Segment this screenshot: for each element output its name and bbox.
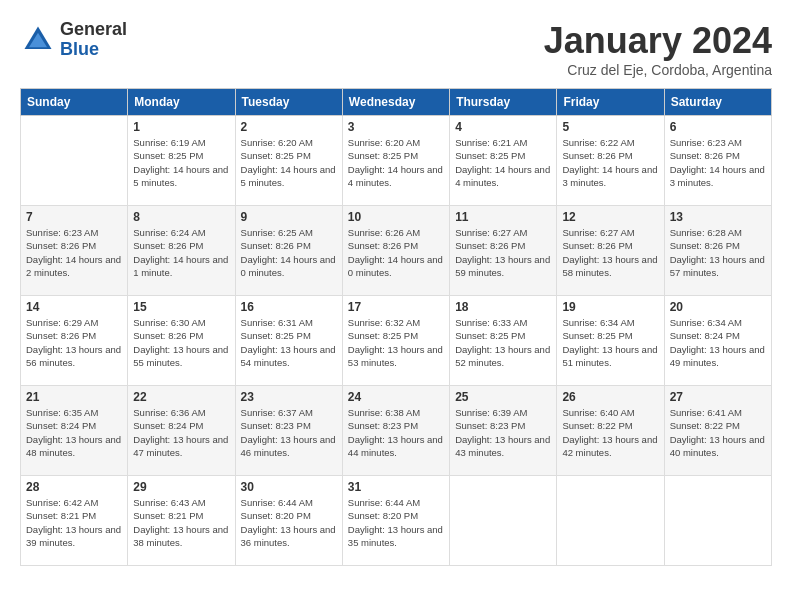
calendar-cell: 11Sunrise: 6:27 AMSunset: 8:26 PMDayligh… bbox=[450, 206, 557, 296]
location-label: Cruz del Eje, Cordoba, Argentina bbox=[544, 62, 772, 78]
day-info: Sunrise: 6:22 AMSunset: 8:26 PMDaylight:… bbox=[562, 136, 658, 189]
calendar-week-1: 1Sunrise: 6:19 AMSunset: 8:25 PMDaylight… bbox=[21, 116, 772, 206]
day-info: Sunrise: 6:20 AMSunset: 8:25 PMDaylight:… bbox=[348, 136, 444, 189]
logo-icon bbox=[20, 22, 56, 58]
calendar-cell: 20Sunrise: 6:34 AMSunset: 8:24 PMDayligh… bbox=[664, 296, 771, 386]
calendar-week-2: 7Sunrise: 6:23 AMSunset: 8:26 PMDaylight… bbox=[21, 206, 772, 296]
calendar-cell: 9Sunrise: 6:25 AMSunset: 8:26 PMDaylight… bbox=[235, 206, 342, 296]
calendar-cell: 30Sunrise: 6:44 AMSunset: 8:20 PMDayligh… bbox=[235, 476, 342, 566]
month-title: January 2024 bbox=[544, 20, 772, 62]
calendar-header-sunday: Sunday bbox=[21, 89, 128, 116]
day-number: 20 bbox=[670, 300, 766, 314]
calendar-cell: 3Sunrise: 6:20 AMSunset: 8:25 PMDaylight… bbox=[342, 116, 449, 206]
day-info: Sunrise: 6:41 AMSunset: 8:22 PMDaylight:… bbox=[670, 406, 766, 459]
day-info: Sunrise: 6:28 AMSunset: 8:26 PMDaylight:… bbox=[670, 226, 766, 279]
calendar-header-friday: Friday bbox=[557, 89, 664, 116]
day-info: Sunrise: 6:27 AMSunset: 8:26 PMDaylight:… bbox=[562, 226, 658, 279]
day-info: Sunrise: 6:30 AMSunset: 8:26 PMDaylight:… bbox=[133, 316, 229, 369]
calendar-cell: 17Sunrise: 6:32 AMSunset: 8:25 PMDayligh… bbox=[342, 296, 449, 386]
calendar-cell bbox=[450, 476, 557, 566]
day-number: 31 bbox=[348, 480, 444, 494]
day-info: Sunrise: 6:31 AMSunset: 8:25 PMDaylight:… bbox=[241, 316, 337, 369]
day-info: Sunrise: 6:40 AMSunset: 8:22 PMDaylight:… bbox=[562, 406, 658, 459]
calendar-cell: 2Sunrise: 6:20 AMSunset: 8:25 PMDaylight… bbox=[235, 116, 342, 206]
calendar-cell: 7Sunrise: 6:23 AMSunset: 8:26 PMDaylight… bbox=[21, 206, 128, 296]
title-section: January 2024 Cruz del Eje, Cordoba, Arge… bbox=[544, 20, 772, 78]
day-info: Sunrise: 6:35 AMSunset: 8:24 PMDaylight:… bbox=[26, 406, 122, 459]
day-number: 27 bbox=[670, 390, 766, 404]
calendar-cell bbox=[664, 476, 771, 566]
calendar-cell: 21Sunrise: 6:35 AMSunset: 8:24 PMDayligh… bbox=[21, 386, 128, 476]
day-info: Sunrise: 6:25 AMSunset: 8:26 PMDaylight:… bbox=[241, 226, 337, 279]
day-number: 11 bbox=[455, 210, 551, 224]
day-number: 8 bbox=[133, 210, 229, 224]
day-info: Sunrise: 6:34 AMSunset: 8:24 PMDaylight:… bbox=[670, 316, 766, 369]
day-number: 26 bbox=[562, 390, 658, 404]
day-number: 2 bbox=[241, 120, 337, 134]
day-number: 25 bbox=[455, 390, 551, 404]
day-number: 16 bbox=[241, 300, 337, 314]
page-header: General Blue January 2024 Cruz del Eje, … bbox=[20, 20, 772, 78]
day-number: 22 bbox=[133, 390, 229, 404]
day-info: Sunrise: 6:20 AMSunset: 8:25 PMDaylight:… bbox=[241, 136, 337, 189]
day-info: Sunrise: 6:44 AMSunset: 8:20 PMDaylight:… bbox=[348, 496, 444, 549]
calendar-header-monday: Monday bbox=[128, 89, 235, 116]
calendar-cell: 12Sunrise: 6:27 AMSunset: 8:26 PMDayligh… bbox=[557, 206, 664, 296]
day-number: 17 bbox=[348, 300, 444, 314]
day-info: Sunrise: 6:43 AMSunset: 8:21 PMDaylight:… bbox=[133, 496, 229, 549]
calendar-cell: 26Sunrise: 6:40 AMSunset: 8:22 PMDayligh… bbox=[557, 386, 664, 476]
day-info: Sunrise: 6:38 AMSunset: 8:23 PMDaylight:… bbox=[348, 406, 444, 459]
day-info: Sunrise: 6:39 AMSunset: 8:23 PMDaylight:… bbox=[455, 406, 551, 459]
calendar-cell: 15Sunrise: 6:30 AMSunset: 8:26 PMDayligh… bbox=[128, 296, 235, 386]
calendar-cell bbox=[557, 476, 664, 566]
day-number: 6 bbox=[670, 120, 766, 134]
day-number: 3 bbox=[348, 120, 444, 134]
day-info: Sunrise: 6:44 AMSunset: 8:20 PMDaylight:… bbox=[241, 496, 337, 549]
day-info: Sunrise: 6:19 AMSunset: 8:25 PMDaylight:… bbox=[133, 136, 229, 189]
day-info: Sunrise: 6:23 AMSunset: 8:26 PMDaylight:… bbox=[26, 226, 122, 279]
day-number: 29 bbox=[133, 480, 229, 494]
calendar-week-5: 28Sunrise: 6:42 AMSunset: 8:21 PMDayligh… bbox=[21, 476, 772, 566]
day-number: 28 bbox=[26, 480, 122, 494]
logo-text: General Blue bbox=[60, 20, 127, 60]
day-number: 7 bbox=[26, 210, 122, 224]
day-number: 12 bbox=[562, 210, 658, 224]
day-number: 13 bbox=[670, 210, 766, 224]
day-number: 24 bbox=[348, 390, 444, 404]
logo-general-label: General bbox=[60, 20, 127, 40]
day-info: Sunrise: 6:21 AMSunset: 8:25 PMDaylight:… bbox=[455, 136, 551, 189]
day-number: 23 bbox=[241, 390, 337, 404]
day-info: Sunrise: 6:27 AMSunset: 8:26 PMDaylight:… bbox=[455, 226, 551, 279]
calendar-header-thursday: Thursday bbox=[450, 89, 557, 116]
calendar-cell: 14Sunrise: 6:29 AMSunset: 8:26 PMDayligh… bbox=[21, 296, 128, 386]
calendar-cell: 4Sunrise: 6:21 AMSunset: 8:25 PMDaylight… bbox=[450, 116, 557, 206]
day-number: 5 bbox=[562, 120, 658, 134]
day-number: 14 bbox=[26, 300, 122, 314]
calendar-cell: 23Sunrise: 6:37 AMSunset: 8:23 PMDayligh… bbox=[235, 386, 342, 476]
day-info: Sunrise: 6:37 AMSunset: 8:23 PMDaylight:… bbox=[241, 406, 337, 459]
logo: General Blue bbox=[20, 20, 127, 60]
day-number: 1 bbox=[133, 120, 229, 134]
day-info: Sunrise: 6:29 AMSunset: 8:26 PMDaylight:… bbox=[26, 316, 122, 369]
calendar-cell: 27Sunrise: 6:41 AMSunset: 8:22 PMDayligh… bbox=[664, 386, 771, 476]
calendar-cell bbox=[21, 116, 128, 206]
calendar-cell: 25Sunrise: 6:39 AMSunset: 8:23 PMDayligh… bbox=[450, 386, 557, 476]
day-info: Sunrise: 6:32 AMSunset: 8:25 PMDaylight:… bbox=[348, 316, 444, 369]
calendar-cell: 8Sunrise: 6:24 AMSunset: 8:26 PMDaylight… bbox=[128, 206, 235, 296]
day-info: Sunrise: 6:33 AMSunset: 8:25 PMDaylight:… bbox=[455, 316, 551, 369]
day-info: Sunrise: 6:36 AMSunset: 8:24 PMDaylight:… bbox=[133, 406, 229, 459]
calendar-cell: 5Sunrise: 6:22 AMSunset: 8:26 PMDaylight… bbox=[557, 116, 664, 206]
day-number: 10 bbox=[348, 210, 444, 224]
calendar-week-3: 14Sunrise: 6:29 AMSunset: 8:26 PMDayligh… bbox=[21, 296, 772, 386]
logo-blue-label: Blue bbox=[60, 40, 127, 60]
day-number: 18 bbox=[455, 300, 551, 314]
day-info: Sunrise: 6:26 AMSunset: 8:26 PMDaylight:… bbox=[348, 226, 444, 279]
calendar-cell: 18Sunrise: 6:33 AMSunset: 8:25 PMDayligh… bbox=[450, 296, 557, 386]
calendar-cell: 28Sunrise: 6:42 AMSunset: 8:21 PMDayligh… bbox=[21, 476, 128, 566]
calendar-table: SundayMondayTuesdayWednesdayThursdayFrid… bbox=[20, 88, 772, 566]
calendar-cell: 16Sunrise: 6:31 AMSunset: 8:25 PMDayligh… bbox=[235, 296, 342, 386]
calendar-cell: 24Sunrise: 6:38 AMSunset: 8:23 PMDayligh… bbox=[342, 386, 449, 476]
calendar-cell: 29Sunrise: 6:43 AMSunset: 8:21 PMDayligh… bbox=[128, 476, 235, 566]
day-number: 19 bbox=[562, 300, 658, 314]
calendar-header-tuesday: Tuesday bbox=[235, 89, 342, 116]
